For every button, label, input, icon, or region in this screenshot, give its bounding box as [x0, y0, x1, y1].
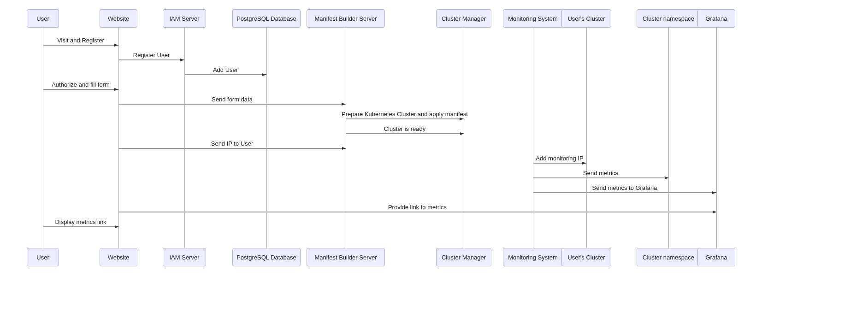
actor-label: Cluster namespace	[643, 15, 694, 22]
actor-mbs-bottom: Manifest Builder Server	[307, 248, 385, 266]
actor-mon-bottom: Monitoring System	[503, 248, 563, 266]
message-label: Send form data	[212, 96, 253, 103]
message-label: Display metrics link	[55, 218, 106, 225]
actor-uc-bottom: User's Cluster	[561, 248, 611, 266]
actor-iam-bottom: IAM Server	[163, 248, 206, 266]
message-label: Provide link to metrics	[388, 204, 447, 211]
actor-uc-top: User's Cluster	[561, 9, 611, 28]
actor-pg-bottom: PostgreSQL Database	[232, 248, 301, 266]
actor-label: PostgreSQL Database	[236, 15, 296, 22]
actor-label: Cluster Manager	[442, 15, 486, 22]
actor-label: Monitoring System	[508, 15, 558, 22]
actor-grafana-top: Grafana	[697, 9, 735, 28]
actor-label: User	[36, 15, 49, 22]
message-label: Visit and Register	[57, 37, 104, 44]
lifeline-uc	[586, 28, 587, 248]
sequence-diagram: UserUserWebsiteWebsiteIAM ServerIAM Serv…	[0, 0, 868, 318]
actor-website-top: Website	[100, 9, 137, 28]
actor-label: IAM Server	[169, 254, 199, 261]
lifeline-mbs	[346, 28, 346, 248]
actor-ns-top: Cluster namespace	[637, 9, 700, 28]
message-label: Send metrics	[583, 170, 618, 177]
actor-label: Manifest Builder Server	[314, 15, 377, 22]
message-label: Authorize and fill form	[52, 81, 110, 88]
message-label: Send IP to User	[211, 140, 254, 147]
message-label: Add User	[213, 66, 238, 73]
actor-label: PostgreSQL Database	[236, 254, 296, 261]
message-label: Prepare Kubernetes Cluster and apply man…	[342, 111, 468, 118]
actor-label: User's Cluster	[567, 15, 605, 22]
actor-user-top: User	[27, 9, 59, 28]
message-label: Register User	[133, 52, 170, 59]
actor-user-bottom: User	[27, 248, 59, 266]
message-label: Add monitoring IP	[536, 155, 583, 162]
actor-label: Cluster namespace	[643, 254, 694, 261]
lifeline-grafana	[716, 28, 717, 248]
actor-cm-top: Cluster Manager	[436, 9, 491, 28]
actor-label: Grafana	[706, 15, 727, 22]
actor-label: Grafana	[706, 254, 727, 261]
lifeline-cm	[464, 28, 464, 248]
lifeline-pg	[266, 28, 267, 248]
actor-pg-top: PostgreSQL Database	[232, 9, 301, 28]
actor-label: Manifest Builder Server	[314, 254, 377, 261]
actor-iam-top: IAM Server	[163, 9, 206, 28]
actor-mbs-top: Manifest Builder Server	[307, 9, 385, 28]
actor-label: User's Cluster	[567, 254, 605, 261]
actor-label: Website	[108, 254, 130, 261]
actor-label: IAM Server	[169, 15, 199, 22]
actor-mon-top: Monitoring System	[503, 9, 563, 28]
actor-cm-bottom: Cluster Manager	[436, 248, 491, 266]
actor-label: Website	[108, 15, 130, 22]
lifeline-ns	[668, 28, 669, 248]
lifeline-iam	[184, 28, 185, 248]
actor-label: User	[36, 254, 49, 261]
actor-website-bottom: Website	[100, 248, 137, 266]
message-label: Send metrics to Grafana	[592, 184, 657, 191]
actor-label: Cluster Manager	[442, 254, 486, 261]
actor-label: Monitoring System	[508, 254, 558, 261]
actor-ns-bottom: Cluster namespace	[637, 248, 700, 266]
actor-grafana-bottom: Grafana	[697, 248, 735, 266]
lifeline-mon	[533, 28, 533, 248]
lifeline-user	[43, 28, 43, 248]
arrow-layer	[0, 0, 868, 318]
lifeline-website	[118, 28, 119, 248]
message-label: Cluster is ready	[384, 125, 425, 132]
